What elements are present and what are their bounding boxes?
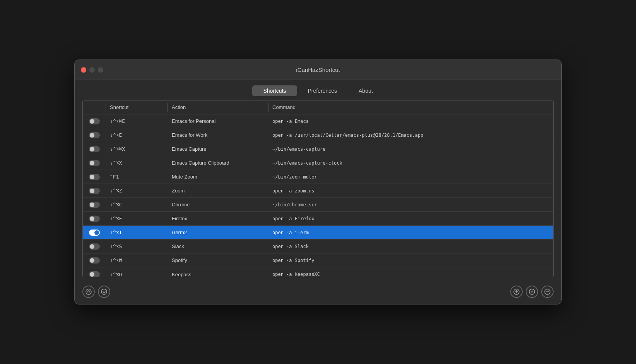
command-cell: open -a KeepassXC bbox=[268, 269, 553, 277]
toggle-switch[interactable] bbox=[89, 188, 100, 194]
toggle-cell bbox=[83, 216, 106, 222]
table-header: Shortcut Action Command bbox=[83, 100, 553, 114]
action-cell: Keepass bbox=[168, 269, 268, 277]
col-toggle bbox=[83, 103, 106, 112]
shortcut-cell: ⇧^⌥⌘X bbox=[106, 144, 168, 154]
table-body: ⇧^⌥⌘EEmacs for Personalopen -a Emacs⇧^⌥E… bbox=[83, 114, 553, 277]
table-row[interactable]: ⇧^⌥CChrome~/bin/chrome.scr bbox=[83, 198, 553, 212]
svg-point-0 bbox=[86, 289, 91, 294]
table-row[interactable]: ⇧^⌥⌘EEmacs for Personalopen -a Emacs bbox=[83, 114, 553, 128]
toggle-cell bbox=[83, 132, 106, 138]
toggle-switch[interactable] bbox=[89, 160, 100, 166]
remove-icon bbox=[544, 289, 551, 295]
remove-button[interactable] bbox=[541, 286, 554, 298]
action-cell: Mute Zoom bbox=[168, 172, 268, 182]
command-cell: open -a /usr/local/Cellar/emacs-plus@28/… bbox=[268, 130, 553, 140]
action-cell: Slack bbox=[168, 241, 268, 252]
shortcut-cell: ⇧^⌥X bbox=[106, 158, 168, 168]
action-cell: Emacs for Personal bbox=[168, 116, 268, 126]
toggle-cell bbox=[83, 202, 106, 208]
command-cell: ~/bin/emacs-capture bbox=[268, 144, 553, 154]
action-cell: Spotify bbox=[168, 255, 268, 265]
toggle-switch[interactable] bbox=[89, 271, 100, 277]
command-cell: open -a Firefox bbox=[268, 214, 553, 224]
action-cell: Chrome bbox=[168, 199, 268, 210]
toggle-switch[interactable] bbox=[89, 243, 100, 250]
footer bbox=[75, 281, 561, 304]
command-cell: open -a iTerm bbox=[268, 228, 553, 238]
col-command: Command bbox=[268, 103, 553, 112]
table-row[interactable]: ⇧^⌥TiTerm2open -a iTerm bbox=[83, 226, 553, 240]
arrow-up-icon bbox=[85, 289, 92, 295]
shortcut-cell: ⇧^⌥C bbox=[106, 199, 168, 210]
edit-icon bbox=[529, 289, 535, 295]
move-down-button[interactable] bbox=[98, 286, 110, 298]
table-row[interactable]: ^F1Mute Zoom~/bin/zoom-muter bbox=[83, 170, 553, 184]
shortcut-cell: ⇧^⌥⌘E bbox=[106, 116, 168, 126]
command-cell: ~/bin/emacs-capture-clock bbox=[268, 158, 553, 168]
footer-right-buttons bbox=[510, 286, 554, 298]
tab-about[interactable]: About bbox=[348, 85, 384, 96]
table-row[interactable]: ⇧^⌥EEmacs for Workopen -a /usr/local/Cel… bbox=[83, 128, 553, 142]
toggle-switch[interactable] bbox=[89, 202, 100, 208]
toggle-cell bbox=[83, 160, 106, 166]
main-content: Shortcut Action Command ⇧^⌥⌘EEmacs for P… bbox=[75, 100, 561, 281]
command-cell: ~/bin/zoom-muter bbox=[268, 172, 553, 182]
shortcut-cell: ⇧^⌥T bbox=[106, 227, 168, 238]
titlebar: iCanHazShortcut bbox=[75, 60, 561, 80]
action-cell: Firefox bbox=[168, 213, 268, 224]
command-cell: ~/bin/chrome.scr bbox=[268, 200, 553, 210]
traffic-lights bbox=[81, 67, 103, 73]
close-button[interactable] bbox=[81, 67, 86, 73]
main-window: iCanHazShortcut Shortcuts Preferences Ab… bbox=[74, 60, 562, 304]
maximize-button[interactable] bbox=[98, 67, 103, 73]
minimize-button[interactable] bbox=[89, 67, 95, 73]
move-up-button[interactable] bbox=[82, 286, 95, 298]
tab-bar: Shortcuts Preferences About bbox=[75, 80, 561, 100]
tab-preferences[interactable]: Preferences bbox=[297, 85, 348, 96]
table-row[interactable]: ⇧^⌥ZZoomopen -a zoom.us bbox=[83, 184, 553, 198]
shortcut-cell: ⇧^⌥S bbox=[106, 241, 168, 252]
toggle-cell bbox=[83, 146, 106, 152]
toggle-switch[interactable] bbox=[89, 118, 100, 124]
table-row[interactable]: ⇧^⌥WSpotifyopen -a Spotify bbox=[83, 253, 553, 267]
toggle-switch[interactable] bbox=[89, 146, 100, 152]
table-row[interactable]: ⇧^⌥XEmacs Capture Clipboard~/bin/emacs-c… bbox=[83, 156, 553, 170]
action-cell: Emacs Capture bbox=[168, 144, 268, 154]
toggle-cell bbox=[83, 174, 106, 180]
table-row[interactable]: ⇧^⌥FFirefoxopen -a Firefox bbox=[83, 212, 553, 226]
shortcut-cell: ⇧^⌥O bbox=[106, 269, 168, 277]
window-title: iCanHazShortcut bbox=[296, 66, 340, 73]
command-cell: open -a zoom.us bbox=[268, 186, 553, 196]
toggle-cell bbox=[83, 271, 106, 277]
toggle-switch[interactable] bbox=[89, 257, 100, 264]
toggle-switch[interactable] bbox=[89, 174, 100, 180]
shortcut-cell: ⇧^⌥F bbox=[106, 213, 168, 224]
shortcut-cell: ⇧^⌥W bbox=[106, 255, 168, 265]
edit-button[interactable] bbox=[526, 286, 538, 298]
tab-shortcuts[interactable]: Shortcuts bbox=[252, 85, 297, 96]
shortcut-cell: ^F1 bbox=[106, 172, 168, 182]
add-button[interactable] bbox=[510, 286, 523, 298]
col-action: Action bbox=[168, 103, 268, 112]
action-cell: Emacs for Work bbox=[168, 130, 268, 140]
arrow-down-icon bbox=[101, 289, 107, 295]
command-cell: open -a Slack bbox=[268, 242, 553, 252]
shortcut-cell: ⇧^⌥Z bbox=[106, 185, 168, 196]
toggle-cell bbox=[83, 257, 106, 264]
shortcut-cell: ⇧^⌥E bbox=[106, 130, 168, 140]
action-cell: Zoom bbox=[168, 185, 268, 196]
table-row[interactable]: ⇧^⌥OKeepassopen -a KeepassXC bbox=[83, 267, 553, 277]
action-cell: Emacs Capture Clipboard bbox=[168, 158, 268, 168]
svg-point-1 bbox=[101, 289, 107, 294]
toggle-switch[interactable] bbox=[89, 216, 100, 222]
table-row[interactable]: ⇧^⌥⌘XEmacs Capture~/bin/emacs-capture bbox=[83, 142, 553, 156]
action-cell: iTerm2 bbox=[168, 227, 268, 238]
command-cell: open -a Emacs bbox=[268, 116, 553, 126]
toggle-switch[interactable] bbox=[89, 132, 100, 138]
toggle-switch[interactable] bbox=[89, 230, 100, 236]
toggle-cell bbox=[83, 188, 106, 194]
add-icon bbox=[513, 289, 520, 295]
toggle-cell bbox=[83, 243, 106, 250]
table-row[interactable]: ⇧^⌥SSlackopen -a Slack bbox=[83, 240, 553, 253]
